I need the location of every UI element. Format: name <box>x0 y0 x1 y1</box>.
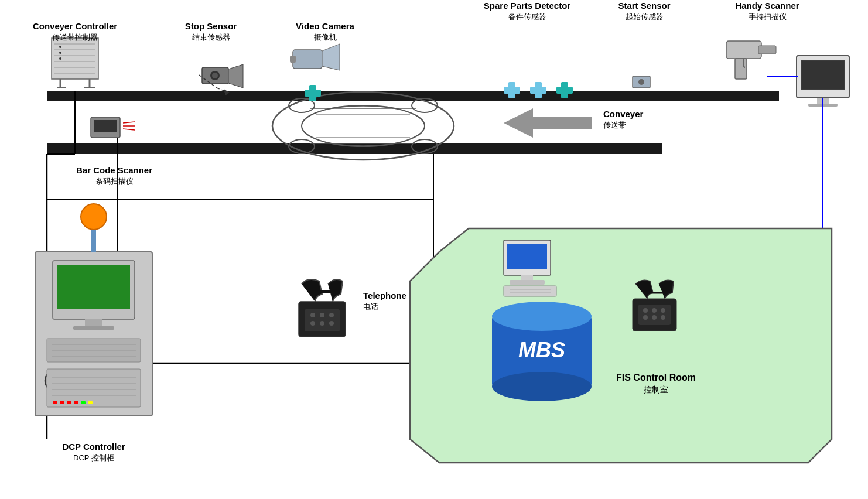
dcp-controller-box <box>35 204 152 416</box>
center-telephone <box>299 279 346 337</box>
svg-rect-36 <box>504 87 520 94</box>
svg-line-116 <box>123 129 135 130</box>
telephone-label-zh: 电话 <box>363 302 378 311</box>
svg-rect-92 <box>73 326 114 330</box>
svg-point-86 <box>320 321 324 326</box>
barcode-scanner-device <box>91 117 135 138</box>
svg-rect-30 <box>293 50 322 69</box>
svg-point-84 <box>329 313 334 317</box>
video-camera-label-en: Video Camera <box>296 21 354 31</box>
svg-point-82 <box>310 313 315 317</box>
mbs-cylinder: MBS <box>492 302 592 401</box>
svg-point-73 <box>643 308 648 313</box>
svg-rect-107 <box>60 401 64 404</box>
svg-rect-113 <box>94 120 117 132</box>
handy-scanner-label-zh: 手持扫描仪 <box>749 12 787 21</box>
stop-sensor-label-zh: 结束传感器 <box>192 33 230 42</box>
svg-point-75 <box>661 308 665 313</box>
fis-control-label-zh: 控制室 <box>644 385 668 394</box>
svg-rect-90 <box>57 265 130 309</box>
svg-point-18 <box>59 52 61 54</box>
svg-rect-45 <box>758 46 776 54</box>
svg-point-83 <box>320 313 324 317</box>
svg-rect-110 <box>81 401 86 404</box>
svg-rect-111 <box>88 401 93 404</box>
conveyer-label-zh: 传送带 <box>603 121 626 129</box>
svg-rect-34 <box>305 90 321 97</box>
conveyer-controller-label-zh: 传送带控制器 <box>52 33 98 42</box>
svg-rect-108 <box>67 401 71 404</box>
svg-rect-38 <box>530 87 546 94</box>
handy-scanner-device <box>726 41 776 79</box>
svg-point-87 <box>329 321 334 326</box>
conveyer-arrow <box>504 108 592 138</box>
svg-point-42 <box>638 79 644 85</box>
svg-rect-65 <box>521 275 533 280</box>
conveyer-top-belt <box>47 91 779 101</box>
svg-rect-72 <box>638 305 671 325</box>
svg-rect-81 <box>305 309 340 331</box>
svg-rect-106 <box>53 401 57 404</box>
svg-point-76 <box>643 315 648 320</box>
svg-rect-40 <box>556 87 573 94</box>
svg-rect-47 <box>801 60 845 90</box>
start-sensor-device <box>633 76 650 88</box>
start-sensor-label-zh: 起始传感器 <box>626 12 664 21</box>
conveyer-controller-device <box>52 38 98 88</box>
stop-sensor-device <box>202 64 243 88</box>
handy-scanner-label-en: Handy Scanner <box>735 1 799 11</box>
diagram-container: MBS <box>0 0 868 499</box>
svg-rect-64 <box>507 244 547 269</box>
dcp-label-en: DCP Controller <box>62 442 125 452</box>
fis-control-label-en: FIS Control Room <box>616 372 696 382</box>
svg-rect-91 <box>85 319 102 326</box>
telephone-label-en: Telephone <box>363 290 406 300</box>
svg-point-19 <box>59 57 61 60</box>
svg-point-17 <box>59 46 61 48</box>
svg-rect-44 <box>735 59 747 79</box>
svg-rect-67 <box>504 286 556 296</box>
svg-marker-25 <box>228 64 243 88</box>
spare-parts-label-en: Spare Parts Detector <box>484 1 571 11</box>
svg-point-27 <box>212 73 218 78</box>
svg-point-98 <box>81 204 107 230</box>
fis-computer <box>504 240 556 296</box>
svg-rect-43 <box>726 41 761 59</box>
barcode-scanner-label-zh: 条码扫描仪 <box>95 177 134 186</box>
svg-rect-32 <box>290 56 296 63</box>
conveyer-bottom-belt <box>47 143 662 154</box>
conveyer-controller-label-en: Conveyer Controller <box>33 21 117 31</box>
svg-text:MBS: MBS <box>518 338 565 362</box>
svg-rect-66 <box>510 280 545 285</box>
svg-rect-109 <box>74 401 78 404</box>
svg-point-1 <box>302 105 425 146</box>
svg-point-78 <box>661 315 665 320</box>
barcode-scanner-label-en: Bar Code Scanner <box>76 165 152 175</box>
spare-parts-label-zh: 备件传感器 <box>508 12 546 21</box>
svg-point-61 <box>492 372 592 401</box>
svg-line-114 <box>123 122 135 123</box>
conveyer-label-en: Conveyer <box>603 109 644 119</box>
start-sensor-label-en: Start Sensor <box>618 1 670 11</box>
svg-point-85 <box>310 321 315 326</box>
video-camera-label-zh: 摄像机 <box>314 33 337 42</box>
stop-sensor-label-en: Stop Sensor <box>185 21 237 31</box>
video-camera-device <box>290 44 340 70</box>
svg-marker-31 <box>322 44 340 70</box>
fis-control-room <box>410 228 832 463</box>
dcp-label-zh: DCP 控制柜 <box>73 453 114 462</box>
svg-point-77 <box>652 315 657 320</box>
svg-point-74 <box>652 308 657 313</box>
svg-point-60 <box>492 302 592 331</box>
